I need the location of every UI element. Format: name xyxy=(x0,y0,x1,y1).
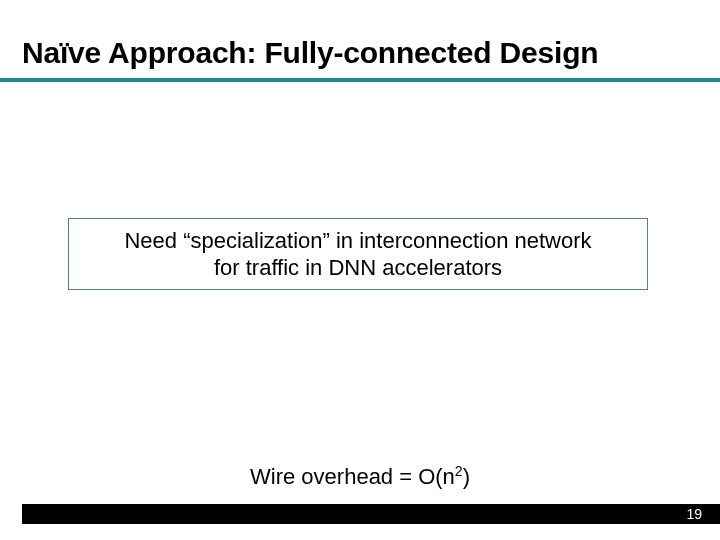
footer-bar: 19 xyxy=(22,504,720,524)
callout-line-2: for traffic in DNN accelerators xyxy=(214,254,502,282)
wire-overhead-formula: Wire overhead = O(n2) xyxy=(0,463,720,490)
formula-suffix: ) xyxy=(463,464,470,489)
slide: Naïve Approach: Fully-connected Design N… xyxy=(0,0,720,540)
formula-exponent: 2 xyxy=(455,463,463,479)
title-underline xyxy=(0,78,720,82)
callout-box: Need “specialization” in interconnection… xyxy=(68,218,648,290)
page-number: 19 xyxy=(686,506,702,522)
slide-title: Naïve Approach: Fully-connected Design xyxy=(22,36,698,70)
formula-prefix: Wire overhead = O(n xyxy=(250,464,455,489)
callout-line-1: Need “specialization” in interconnection… xyxy=(124,227,591,255)
